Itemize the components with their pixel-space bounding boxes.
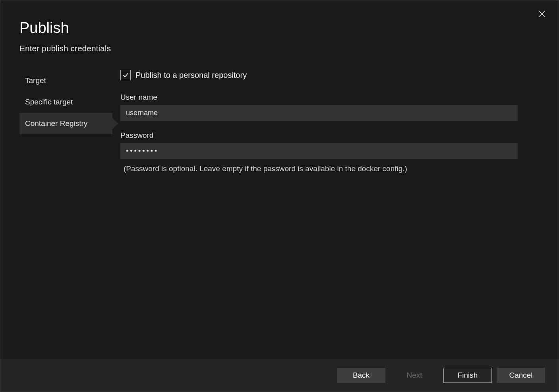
personal-repo-row: Publish to a personal repository bbox=[120, 70, 540, 80]
sidebar-item-container-registry[interactable]: Container Registry bbox=[19, 113, 112, 134]
username-label: User name bbox=[120, 93, 540, 102]
dialog-content: Target Specific target Container Registr… bbox=[0, 63, 559, 359]
dialog-header: Publish Enter publish credentials bbox=[0, 0, 559, 63]
dialog-subtitle: Enter publish credentials bbox=[19, 44, 540, 53]
close-button[interactable] bbox=[537, 9, 547, 19]
sidebar-item-target[interactable]: Target bbox=[19, 70, 112, 91]
form-panel: Publish to a personal repository User na… bbox=[112, 70, 540, 359]
sidebar-item-label: Specific target bbox=[25, 98, 73, 106]
username-input[interactable] bbox=[120, 105, 518, 121]
password-hint: (Password is optional. Leave empty if th… bbox=[120, 164, 540, 173]
personal-repo-checkbox[interactable] bbox=[120, 70, 131, 80]
check-icon bbox=[122, 71, 129, 79]
sidebar-item-label: Target bbox=[25, 76, 46, 85]
next-button: Next bbox=[390, 368, 439, 383]
password-label: Password bbox=[120, 131, 540, 140]
sidebar-item-specific-target[interactable]: Specific target bbox=[19, 91, 112, 113]
password-mask: •••••••• bbox=[126, 147, 159, 155]
password-input[interactable]: •••••••• bbox=[120, 143, 518, 159]
dialog-footer: Back Next Finish Cancel bbox=[0, 359, 559, 392]
cancel-button[interactable]: Cancel bbox=[497, 368, 545, 383]
close-icon bbox=[537, 9, 547, 19]
sidebar-item-label: Container Registry bbox=[25, 119, 87, 127]
publish-dialog: Publish Enter publish credentials Target… bbox=[0, 0, 559, 392]
personal-repo-label: Publish to a personal repository bbox=[135, 71, 247, 80]
back-button[interactable]: Back bbox=[337, 368, 385, 383]
finish-button[interactable]: Finish bbox=[443, 368, 492, 383]
wizard-sidebar: Target Specific target Container Registr… bbox=[19, 70, 112, 359]
dialog-title: Publish bbox=[19, 19, 540, 37]
